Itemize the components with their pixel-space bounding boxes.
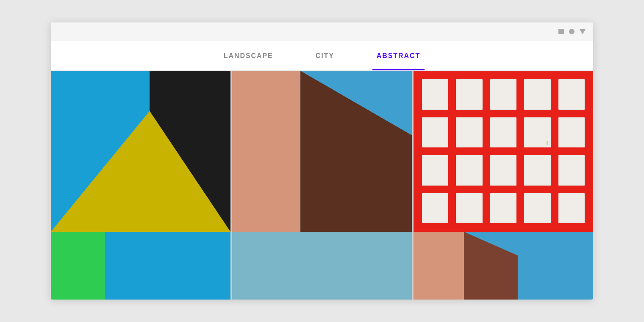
square-icon[interactable] [558, 29, 564, 34]
building-window [490, 193, 516, 224]
building-window [456, 117, 482, 148]
triangle-icon[interactable] [580, 29, 586, 34]
building-window [524, 117, 550, 148]
building-window [524, 193, 550, 224]
app-window: LANDSCAPE CITY ABSTRACT [51, 22, 593, 300]
photo-6[interactable] [414, 232, 593, 300]
building-window [524, 155, 550, 186]
photo-3[interactable] [414, 71, 593, 232]
building-window [456, 155, 482, 186]
building-window [558, 155, 585, 186]
photo-1[interactable] [51, 71, 230, 232]
building-window [558, 117, 585, 148]
building-window [490, 155, 516, 186]
building-window [456, 79, 482, 110]
building-window [422, 117, 448, 148]
tab-city[interactable]: CITY [311, 41, 339, 70]
tab-abstract[interactable]: ABSTRACT [372, 41, 425, 70]
windows-grid [414, 71, 593, 232]
tab-landscape[interactable]: LANDSCAPE [219, 41, 278, 70]
photo-4[interactable] [51, 232, 230, 300]
circle-icon[interactable] [569, 29, 575, 34]
building-window [456, 193, 482, 224]
building-window [490, 117, 516, 148]
building-window [524, 79, 550, 110]
building-window [422, 155, 448, 186]
building-window [558, 79, 585, 110]
photo-grid [51, 71, 593, 232]
building-window [558, 193, 585, 224]
photo-5[interactable] [232, 232, 412, 300]
building-window [422, 193, 448, 224]
building-window [422, 79, 448, 110]
photo-2[interactable] [232, 71, 412, 232]
title-bar [51, 22, 593, 41]
bottom-row [51, 232, 593, 300]
nav-bar: LANDSCAPE CITY ABSTRACT [51, 41, 593, 71]
building-window [490, 79, 516, 110]
